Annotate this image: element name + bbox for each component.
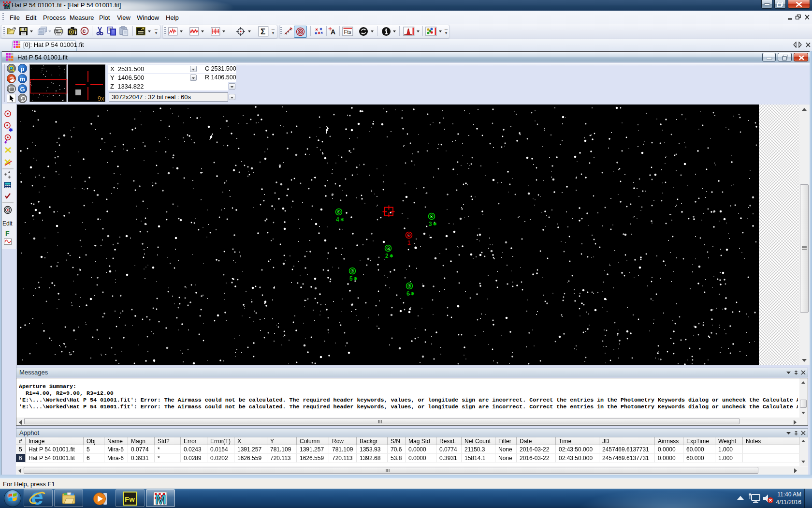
- svg-text:✱: ✱: [340, 217, 344, 222]
- svg-text:4: 4: [336, 216, 339, 223]
- svg-text:1: 1: [407, 239, 411, 246]
- svg-text:Fts: Fts: [344, 29, 352, 35]
- svg-text:A: A: [331, 28, 335, 36]
- svg-text:✱: ✱: [390, 254, 393, 258]
- svg-text:c: c: [83, 28, 86, 34]
- svg-text:2: 2: [385, 253, 389, 259]
- svg-text:F: F: [5, 230, 10, 238]
- svg-text:Fw: Fw: [125, 495, 135, 503]
- svg-text:3: 3: [429, 221, 432, 227]
- svg-text:Σ: Σ: [261, 27, 265, 36]
- svg-text:9x: 9x: [98, 95, 104, 102]
- svg-text:M: M: [4, 2, 11, 10]
- svg-text:✱: ✱: [354, 276, 358, 281]
- svg-text:✱: ✱: [9, 127, 13, 133]
- svg-text:✱: ✱: [411, 291, 415, 296]
- svg-text:M: M: [155, 493, 166, 506]
- svg-text:Edit: Edit: [2, 220, 13, 227]
- svg-text:✱: ✱: [433, 222, 437, 226]
- svg-text:6: 6: [406, 290, 410, 297]
- svg-text:5: 5: [349, 275, 353, 282]
